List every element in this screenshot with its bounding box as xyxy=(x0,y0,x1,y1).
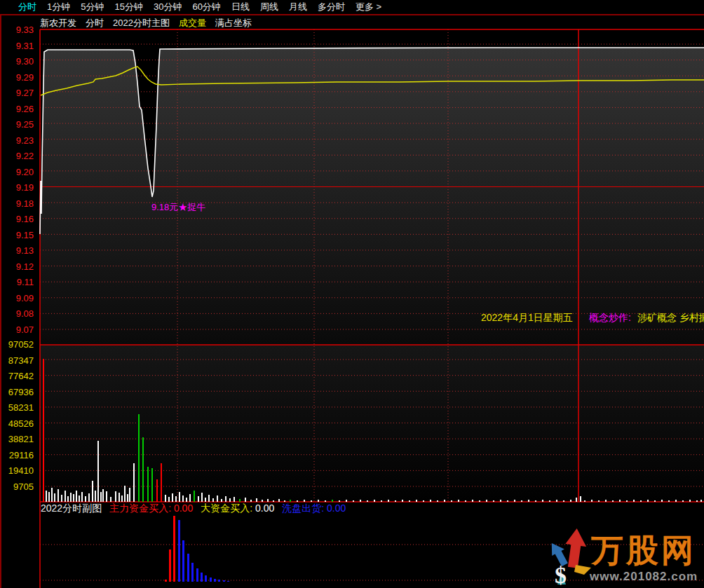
fund-bar-red xyxy=(165,580,167,582)
volume-bar xyxy=(201,493,203,502)
volume-bar xyxy=(179,492,180,502)
volume-bar xyxy=(437,500,438,502)
volume-bar xyxy=(549,500,550,502)
fund-bar-blue xyxy=(218,580,220,582)
volume-bar xyxy=(654,500,656,502)
volume-bar xyxy=(129,488,130,502)
price-axis-label: 9.31 xyxy=(0,41,34,51)
fund-bar-blue xyxy=(182,540,184,582)
volume-bar xyxy=(61,495,62,502)
volume-bar xyxy=(156,479,158,502)
volume-bar xyxy=(360,500,361,502)
volume-axis-label: 29116 xyxy=(0,450,34,460)
fund-bar-blue xyxy=(214,579,216,582)
price-axis-label: 9.09 xyxy=(0,293,34,303)
volume-bar xyxy=(325,500,326,502)
volume-bar xyxy=(186,498,187,502)
volume-bar xyxy=(267,499,269,502)
volume-bar xyxy=(416,500,417,502)
sub-chart-title[interactable]: 2022分时副图 xyxy=(41,502,102,515)
volume-bar xyxy=(507,500,508,502)
volume-bar xyxy=(458,500,459,502)
volume-bar xyxy=(138,414,140,502)
volume-bar xyxy=(570,500,571,502)
intraday-chart-canvas[interactable] xyxy=(0,0,704,588)
volume-bar xyxy=(245,498,246,502)
volume-axis-label: 19410 xyxy=(0,465,34,476)
volume-bar xyxy=(85,496,86,502)
volume-bar xyxy=(168,497,170,502)
price-axis-label: 9.12 xyxy=(0,261,34,272)
price-axis-label: 9.11 xyxy=(0,277,34,287)
volume-axis-label: 58231 xyxy=(0,402,34,413)
volume-bar xyxy=(381,500,382,502)
volume-bar xyxy=(165,495,166,502)
volume-bar xyxy=(472,500,473,502)
volume-bar xyxy=(521,500,522,502)
price-axis-label: 9.07 xyxy=(0,324,34,335)
volume-bar xyxy=(256,498,257,502)
volume-bar xyxy=(212,498,214,502)
volume-bar xyxy=(273,500,274,502)
volume-bar xyxy=(182,495,184,502)
volume-bar xyxy=(115,491,116,502)
price-axis-label: 9.25 xyxy=(0,119,34,130)
legend-wash-sell: 洗盘出货: 0.00 xyxy=(282,502,346,515)
volume-bar xyxy=(161,463,162,502)
volume-bar xyxy=(367,500,368,502)
volume-bar xyxy=(95,491,96,502)
volume-bar xyxy=(465,500,466,502)
volume-bar xyxy=(194,491,195,502)
volume-bar xyxy=(430,500,431,502)
volume-bar xyxy=(374,500,375,502)
volume-bar xyxy=(514,500,515,502)
fund-bar-blue xyxy=(210,577,212,582)
fund-bar-blue xyxy=(191,563,194,582)
concept-tags[interactable]: 涉矿概念 乡村振兴 xyxy=(637,312,704,324)
volume-bar xyxy=(696,500,698,502)
volume-bar xyxy=(353,500,354,502)
watermark-url[interactable]: www.201082.com xyxy=(590,570,698,584)
volume-bar xyxy=(142,437,144,502)
volume-bar xyxy=(640,500,642,502)
price-axis-label: 9.15 xyxy=(0,230,34,240)
volume-bar xyxy=(409,500,410,502)
volume-bar xyxy=(51,488,53,502)
volume-bar xyxy=(81,492,83,502)
volume-bar xyxy=(675,500,677,502)
volume-bar xyxy=(102,489,104,502)
volume-bar xyxy=(278,499,280,502)
volume-bar xyxy=(563,500,564,502)
volume-bar xyxy=(584,500,585,502)
volume-bar xyxy=(395,500,396,502)
volume-bar xyxy=(239,499,241,502)
price-axis-label: 9.27 xyxy=(0,88,34,98)
price-axis-label: 9.22 xyxy=(0,151,34,161)
volume-axis-label: 87347 xyxy=(0,355,34,366)
volume-bar xyxy=(172,493,173,502)
volume-bar xyxy=(48,492,50,502)
volume-bar xyxy=(388,500,389,502)
volume-bar xyxy=(528,500,529,502)
volume-bar xyxy=(619,500,621,502)
volume-axis-label: 9705 xyxy=(0,481,34,492)
legend-big-funds-value: 0.00 xyxy=(255,502,274,514)
volume-bar xyxy=(556,500,557,502)
volume-bar xyxy=(46,491,47,502)
volume-bar xyxy=(233,497,235,502)
fund-bar-red xyxy=(169,549,171,582)
price-axis-label: 9.08 xyxy=(0,308,34,319)
volume-bar xyxy=(479,500,480,502)
volume-bar xyxy=(110,497,111,502)
price-axis-label: 9.30 xyxy=(0,56,34,67)
watermark-title: 万股网 xyxy=(591,534,696,566)
price-axis-label: 9.19 xyxy=(0,182,34,193)
volume-bar xyxy=(633,500,635,502)
volume-bar xyxy=(119,493,120,502)
volume-bar xyxy=(250,500,252,502)
price-axis-label: 9.33 xyxy=(0,25,34,35)
price-axis-label: 9.13 xyxy=(0,245,34,256)
volume-bar xyxy=(668,500,670,502)
volume-bar xyxy=(54,493,55,502)
volume-bar xyxy=(297,500,298,502)
